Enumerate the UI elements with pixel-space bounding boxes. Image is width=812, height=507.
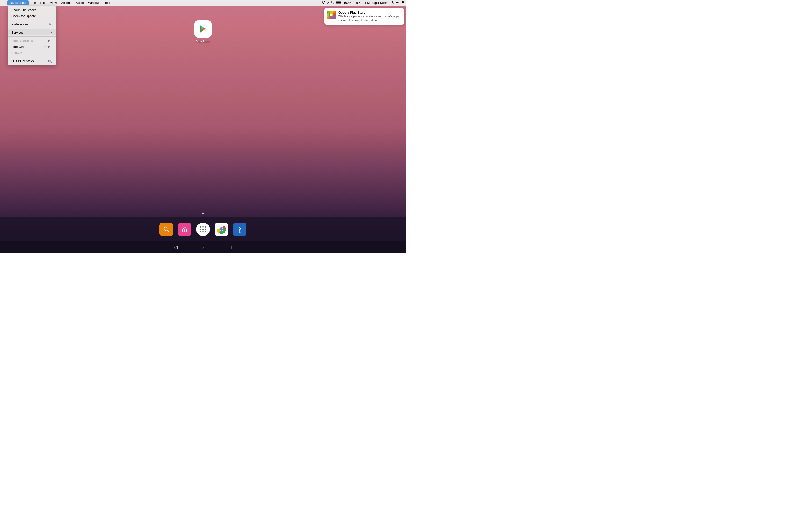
app-drawer-icon[interactable] [196,223,210,236]
menubar:  BlueStacks File Edit View Actions Audi… [0,0,406,6]
svg-rect-3 [337,1,341,3]
back-button[interactable]: ◁ [172,243,180,251]
check-update-label: Check for Update... [11,14,39,18]
hide-others-label: Hide Others [11,45,28,49]
hide-bluestacks-label: Hide BlueStacks [11,39,34,43]
search-app-icon[interactable] [159,223,173,236]
up-arrow-indicator[interactable]: ▲ [201,211,205,215]
search-menubar-icon[interactable] [331,1,335,5]
audio-menu[interactable]: Audio [74,0,86,5]
quit-shortcut: ⌘Q [47,59,52,63]
play-store-label: Play Store [196,40,210,43]
view-menu[interactable]: View [48,0,59,5]
help-menu[interactable]: Help [102,0,112,5]
preferences-label: Preferences... [11,22,31,26]
menu-item-about[interactable]: About BlueStacks [8,7,56,13]
recents-button[interactable]: □ [226,243,234,251]
maps-app-icon[interactable] [233,223,247,236]
show-all-label: Show All [11,51,23,55]
svg-line-1 [333,3,334,4]
menu-item-quit[interactable]: Quit BlueStacks ⌘Q [8,58,56,64]
menu-item-show-all: Show All [8,50,56,56]
battery-percent: 100% [344,1,351,5]
svg-point-8 [399,2,399,3]
username: Sagar Kumar [371,1,389,5]
svg-point-6 [397,2,398,3]
window-menu[interactable]: Window [86,0,101,5]
preferences-shortcut: ⌘, [49,23,52,26]
menu-item-preferences[interactable]: Preferences... ⌘, [8,21,56,27]
apple-menu[interactable]:  [2,1,7,5]
hide-bluestacks-shortcut: ⌘H [47,39,52,43]
battery-icon [337,1,342,5]
control-center-icon[interactable] [396,1,399,5]
menu-item-check-update[interactable]: Check for Update... [8,13,56,19]
about-label: About BlueStacks [11,8,36,12]
edit-menu[interactable]: Edit [39,0,48,5]
clock: Thu 5:49 PM [353,1,370,5]
menu-divider-2 [8,28,56,29]
quit-label: Quit BlueStacks [11,59,34,63]
svg-point-7 [396,2,397,3]
chrome-app-icon[interactable] [215,223,228,236]
menu-divider-4 [8,57,56,57]
svg-line-15 [167,230,169,232]
notification-title: Google Play Store [338,11,401,14]
google-notification: Google Play Store This feature protects … [324,8,404,24]
svg-point-25 [239,232,241,233]
notification-center-icon[interactable] [401,1,404,5]
menu-item-services[interactable]: Services ▶ [8,30,56,36]
android-area: Play Store Google Play Store This featur… [0,6,406,253]
menu-item-hide-bluestacks: Hide BlueStacks ⌘H [8,38,56,44]
android-dock [0,217,406,241]
wifi-icon [321,1,325,5]
services-chevron: ▶ [51,31,52,34]
file-menu[interactable]: File [29,0,38,5]
actions-menu[interactable]: Actions [59,0,73,5]
bluestacks-dropdown-menu: About BlueStacks Check for Update... Pre… [8,6,56,65]
services-label: Services [11,31,23,34]
spotlight-icon[interactable] [391,1,394,5]
svg-point-24 [239,228,241,229]
dots-grid [200,226,206,232]
menubar-left:  BlueStacks File Edit View Actions Audi… [2,0,112,5]
home-button[interactable]: ○ [199,243,207,251]
notification-body-line1: This feature protects your device from h… [338,15,401,18]
bluestacks-menu[interactable]: BlueStacks [7,0,28,5]
notification-content: Google Play Store This feature protects … [338,11,401,22]
menubar-right: A 100% Thu 5:49 PM Sagar Kumar [321,1,404,5]
keyboard-icon: A [327,1,329,5]
play-store-desktop-icon[interactable]: Play Store [194,20,212,43]
svg-line-5 [393,3,394,4]
menu-item-hide-others[interactable]: Hide Others ⌥⌘H [8,44,56,50]
svg-point-22 [220,228,223,231]
android-navbar: ◁ ○ □ [0,241,406,253]
play-protect-icon [327,11,336,19]
gift-app-icon[interactable] [178,223,191,236]
notification-body-line2: Google Play Protect is turned on [338,18,401,22]
hide-others-shortcut: ⌥⌘H [44,45,52,49]
play-store-icon-image [194,20,212,38]
